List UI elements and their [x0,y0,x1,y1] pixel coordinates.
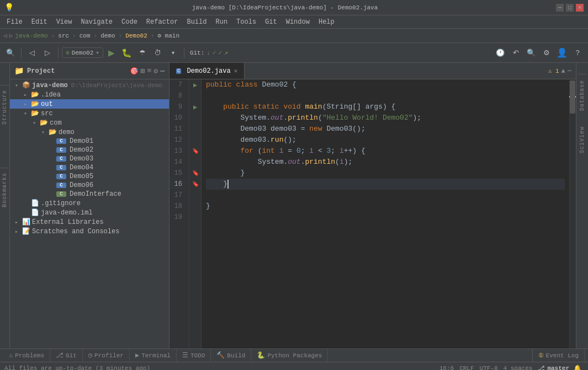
tab-up-icon[interactable]: ▲ [561,67,565,75]
menu-navigate[interactable]: Navigate [76,15,117,28]
tree-item-demo02[interactable]: ▸ C Demo02 [10,146,169,154]
tree-item-demo05[interactable]: ▸ C Demo05 [10,172,169,181]
run-config-dropdown[interactable]: ⚙ Demo02 ▾ [62,47,103,58]
menu-file[interactable]: File [2,15,27,28]
editor-tab-demo02[interactable]: C Demo02.java ✕ [169,63,245,79]
status-indent[interactable]: 4 spaces [504,365,533,371]
search-everywhere-button[interactable]: 🔍 [3,46,18,60]
status-position[interactable]: 16:6 [439,365,454,371]
nav-project[interactable]: java-demo [15,33,47,39]
tree-item-out[interactable]: ▸ 📂 out [10,99,169,109]
nav-back-button[interactable]: ◁ [3,32,7,39]
tree-item-demo04[interactable]: ▸ C Demo04 [10,163,169,172]
run-coverage-button[interactable]: ☂ [135,46,150,60]
collapse-all-icon[interactable]: ≡ [147,67,152,76]
terminal-tab[interactable]: ▶ Terminal [130,349,177,362]
debug-button[interactable]: 🐛 [120,46,134,60]
tree-item-demo01[interactable]: ▸ C Demo01 [10,137,169,146]
run-gutter-icon-7[interactable]: ▶ [193,81,197,89]
gutter-row-9[interactable]: ▶ [189,101,201,112]
nav-forward-button[interactable]: ▷ [9,32,13,39]
scroll-thumb[interactable] [570,81,575,114]
locate-file-icon[interactable]: 🎯 [130,67,139,76]
git-commit-button[interactable]: ✓ [213,49,216,56]
close-brace-15: } [240,168,245,179]
tree-item-demo[interactable]: ▾ 📂 demo [10,127,169,137]
settings-button[interactable]: ⚙ [539,46,554,60]
expand-all-icon[interactable]: ⊞ [141,67,145,76]
class-string: String [326,101,352,112]
more-run-button[interactable]: ▾ [166,46,181,60]
tree-item-gitignore[interactable]: ▸ 📄 .gitignore [10,199,169,208]
git-tab[interactable]: ⎇ Git [50,349,83,362]
menu-git[interactable]: Git [261,15,282,28]
nav-com[interactable]: com [80,33,91,39]
code-content[interactable]: public class Demo02 { public static void… [202,79,569,348]
tree-item-label: External Libraries [32,218,104,226]
nav-class[interactable]: Demo02 [125,33,147,39]
close-button[interactable]: ✕ [576,4,584,12]
tree-item-ext-libs[interactable]: ▸ 📊 External Libraries [10,217,169,227]
profile-button[interactable]: ⏱ [151,46,165,60]
event-log-tab[interactable]: ① Event Log [532,349,585,362]
menu-window[interactable]: Window [282,15,314,28]
tree-item-root[interactable]: ▾ 📦 java-demo D:\IdeaProjects\java-demo [10,81,169,90]
minimize-button[interactable]: ─ [556,4,564,12]
tab-close-button[interactable]: ✕ [234,67,238,74]
history-button[interactable]: 🕐 [493,46,507,60]
project-more-icon[interactable]: ⋯ [160,67,165,76]
database-panel-label[interactable]: Database [578,74,586,116]
todo-tab[interactable]: ☰ TODO [177,349,211,362]
project-panel-title: Project [27,67,126,75]
tree-item-src[interactable]: ▾ 📂 src [10,109,169,118]
bookmarks-panel-label[interactable]: Bookmarks [1,168,9,212]
gutter-row-7[interactable]: ▶ [189,79,201,90]
tree-item-com[interactable]: ▾ 📂 com [10,118,169,127]
nav-back-toolbar-button[interactable]: ◁ [25,46,39,60]
project-settings-icon[interactable]: ⚙ [153,67,158,76]
menu-view[interactable]: View [52,15,77,28]
gutter-row-8 [189,90,201,101]
menu-build[interactable]: Build [182,15,211,28]
user-button[interactable]: 👤 [555,46,569,60]
editor-scroll-indicator[interactable]: ⚠ [569,79,576,348]
tree-item-demointerface[interactable]: ▸ C DemoInterface [10,190,169,199]
sciview-panel-label[interactable]: SciView [578,121,586,159]
code-line-18: } [206,201,565,212]
var-i-for: i [279,146,284,157]
menu-help[interactable]: Help [314,15,339,28]
tree-item-iml[interactable]: ▸ 📄 java-demo.iml [10,208,169,217]
status-vcs[interactable]: master [547,365,569,371]
menu-tools[interactable]: Tools [232,15,261,28]
menu-run[interactable]: Run [211,15,232,28]
menu-code[interactable]: Code [117,15,142,28]
nav-src[interactable]: src [58,33,69,39]
git-update-button[interactable]: ↓ [206,50,210,56]
git-push-button[interactable]: ✓ [219,49,223,56]
profiler-tab[interactable]: ◷ Profiler [83,349,130,362]
problems-tab[interactable]: ⚠ Problems [3,349,50,362]
tab-more-button[interactable]: ⋯ [568,67,571,75]
status-encoding[interactable]: UTF-8 [480,365,498,371]
tree-item-scratches[interactable]: ▸ 📝 Scratches and Consoles [10,227,169,236]
tree-item-idea[interactable]: ▸ 📂 .idea [10,90,169,99]
gutter-row-16: 🔖 [189,179,201,190]
python-packages-tab[interactable]: 🐍 Python Packages [251,349,328,362]
menu-refactor[interactable]: Refactor [142,15,183,28]
build-tab[interactable]: 🔨 Build [211,349,251,362]
undo-button[interactable]: ↶ [508,46,523,60]
tree-item-demo06[interactable]: ▸ C Demo06 [10,181,169,190]
nav-forward-toolbar-button[interactable]: ▷ [40,46,55,60]
search-button[interactable]: 🔍 [524,46,538,60]
structure-panel-label[interactable]: Structure [1,85,9,129]
maximize-button[interactable]: □ [566,4,574,12]
run-button[interactable]: ▶ [104,46,119,60]
help-toolbar-button[interactable]: ? [570,46,585,60]
run-gutter-icon-9[interactable]: ▶ [193,103,197,111]
git-branch-button[interactable]: ↗ [224,49,228,56]
status-line-ending[interactable]: CRLF [459,365,474,371]
nav-method[interactable]: ⚙ main [157,32,179,39]
tree-item-demo03[interactable]: ▸ C Demo03 [10,154,169,163]
menu-edit[interactable]: Edit [27,15,52,28]
nav-demo[interactable]: demo [100,33,115,39]
